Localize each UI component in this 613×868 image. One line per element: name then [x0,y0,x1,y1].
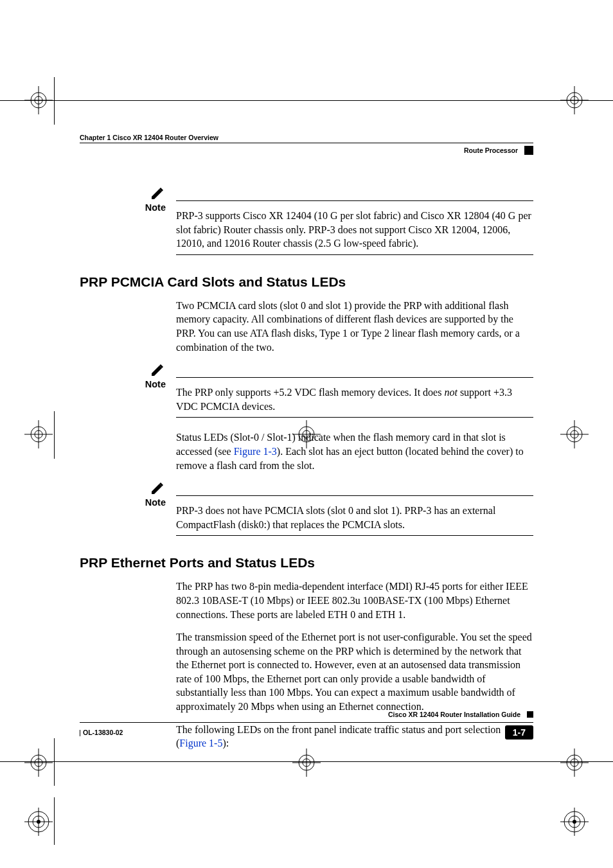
note-label: Note [145,202,166,213]
reg-target-bottom-left-b [24,808,53,836]
link-figure-1-3[interactable]: Figure 1-3 [234,446,277,457]
crop-rule-top [0,100,613,101]
note-block-2: Note The PRP only supports +5.2 VDC flas… [80,363,533,418]
note-2-text: The PRP only supports +5.2 VDC flash mem… [176,382,533,413]
note-pencil-icon [150,483,166,497]
header-marker-box [524,146,533,155]
reg-target-bottom-right-b [560,808,589,836]
running-header-chapter: Chapter 1 Cisco XR 12404 Router Overview [80,134,533,143]
running-header-section: Route Processor [464,146,518,154]
para-status-leds: Status LEDs (Slot-0 / Slot-1) indicate w… [176,430,533,472]
reg-target-mid-left [24,420,53,448]
reg-target-top-right [560,86,589,114]
note-3-text: PRP-3 does not have PCMCIA slots (slot 0… [176,500,533,531]
crop-tick-left-4 [54,797,55,845]
footer-guide-title: Cisco XR 12404 Router Installation Guide [388,711,520,720]
heading-ethernet: PRP Ethernet Ports and Status LEDs [80,555,533,571]
note-1-text: PRP-3 supports Cisco XR 12404 (10 G per … [176,205,533,251]
reg-target-bottom-left-a [24,748,53,777]
crop-tick-left-1 [54,77,55,125]
footer-page-number: 1-7 [505,725,533,740]
note-block-1: Note PRP-3 supports Cisco XR 12404 (10 G… [80,186,533,255]
reg-target-mid-right [560,420,589,448]
footer-marker-box [527,711,533,718]
note-pencil-icon [150,188,166,202]
footer-doc-number: OL-13830-02 [80,729,123,736]
crop-tick-left-3 [54,738,55,786]
para-eth-speed: The transmission speed of the Ethernet p… [176,630,533,714]
heading-pcmcia: PRP PCMCIA Card Slots and Status LEDs [80,274,533,290]
note-label: Note [145,497,166,508]
reg-target-bottom-right-a [560,748,589,777]
note-block-3: Note PRP-3 does not have PCMCIA slots (s… [80,481,533,536]
para-eth-ports: The PRP has two 8-pin media-dependent in… [176,580,533,621]
reg-target-top-left [24,86,53,114]
note-pencil-icon [150,364,166,378]
crop-tick-left-2 [54,411,55,459]
note-label: Note [145,379,166,389]
para-pcmcia-intro: Two PCMCIA card slots (slot 0 and slot 1… [176,299,533,354]
